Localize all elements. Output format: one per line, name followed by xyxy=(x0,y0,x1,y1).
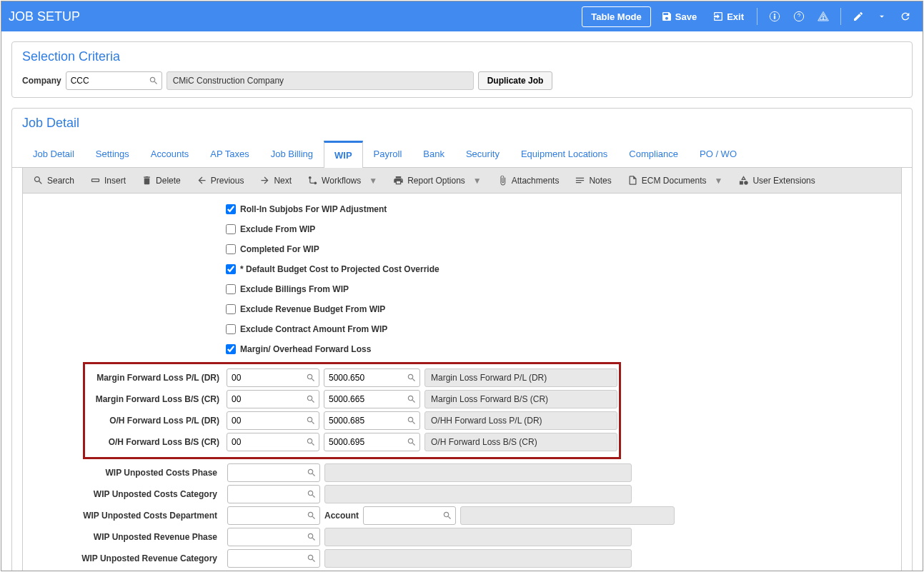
tab-job-billing[interactable]: Job Billing xyxy=(260,141,324,168)
checkbox-label: Exclude Revenue Budget From WIP xyxy=(240,304,385,314)
exclude-wip-checkbox[interactable] xyxy=(226,224,236,234)
fl-dept-input[interactable] xyxy=(227,390,319,408)
table-mode-button[interactable]: Table Mode xyxy=(582,6,651,27)
separator xyxy=(840,8,841,25)
forward-loss-row: Margin Forward Loss B/S (CR) Margin Loss… xyxy=(86,390,617,408)
checkbox-row: Exclude From WIP xyxy=(29,221,895,238)
tab-accounts[interactable]: Accounts xyxy=(140,141,199,168)
readonly-display xyxy=(324,485,632,503)
revenue-department-input[interactable] xyxy=(227,571,320,571)
tab-job-detail[interactable]: Job Detail xyxy=(22,141,85,168)
readonly-display xyxy=(460,506,675,525)
help-icon xyxy=(793,11,805,22)
tab-compliance[interactable]: Compliance xyxy=(618,141,689,168)
roll-in-checkbox[interactable] xyxy=(226,204,236,214)
tb-delete[interactable]: Delete xyxy=(137,172,185,189)
company-input[interactable] xyxy=(66,71,162,90)
refresh-button[interactable] xyxy=(895,6,915,26)
selection-criteria-panel: Selection Criteria Company CMiC Construc… xyxy=(11,41,913,98)
tb-attachments[interactable]: Attachments xyxy=(493,172,564,189)
tb-workflows[interactable]: Workflows▼ xyxy=(303,172,382,189)
tb-next[interactable]: Next xyxy=(255,172,296,189)
fl-desc: O/HH Forward Loss P/L (DR) xyxy=(424,411,617,430)
exit-icon xyxy=(712,11,724,22)
alert-button[interactable] xyxy=(813,6,833,26)
chevron-down-icon: ▼ xyxy=(473,176,482,186)
tb-ecm-documents[interactable]: ECM Documents▼ xyxy=(623,172,727,189)
notes-icon xyxy=(575,175,585,186)
field-label: WIP Unposted Costs Department xyxy=(29,511,223,521)
tab-bank[interactable]: Bank xyxy=(412,141,455,168)
criteria-row: Company CMiC Construction Company Duplic… xyxy=(22,71,902,90)
tab-equipment-locations[interactable]: Equipment Locations xyxy=(510,141,618,168)
checkbox-label: * Default Budget Cost to Projected Cost … xyxy=(240,264,439,274)
tab-wip[interactable]: WIP xyxy=(324,141,363,168)
tb-user-extensions[interactable]: User Extensions xyxy=(734,172,819,189)
costs-category-input[interactable] xyxy=(227,485,320,503)
document-icon xyxy=(627,175,638,186)
exclude-billings-checkbox[interactable] xyxy=(226,284,236,294)
edit-button[interactable] xyxy=(848,6,868,26)
exclude-revenue-checkbox[interactable] xyxy=(226,304,236,314)
search-icon xyxy=(33,175,44,186)
info-button[interactable] xyxy=(765,6,785,26)
fl-acct-input[interactable] xyxy=(324,390,420,408)
print-icon xyxy=(393,175,404,186)
revenue-category-input[interactable] xyxy=(227,549,320,568)
edit-icon xyxy=(853,11,864,22)
tb-previous[interactable]: Previous xyxy=(192,172,249,189)
save-icon xyxy=(661,11,672,22)
arrow-left-icon xyxy=(197,175,207,186)
save-button[interactable]: Save xyxy=(655,6,702,26)
account-label: Account xyxy=(324,511,359,521)
margin-overhead-checkbox[interactable] xyxy=(226,344,236,354)
tb-notes[interactable]: Notes xyxy=(570,172,615,189)
checkbox-label: Margin/ Overhead Forward Loss xyxy=(240,344,371,354)
forward-loss-row: O/H Forward Loss P/L (DR) O/HH Forward L… xyxy=(86,411,617,430)
completed-wip-checkbox[interactable] xyxy=(226,244,236,254)
job-detail-title: Job Detail xyxy=(12,116,912,131)
forward-loss-highlight: Margin Forward Loss P/L (DR) Margin Loss… xyxy=(83,362,621,459)
costs-department-input[interactable] xyxy=(227,506,320,525)
job-detail-panel: Job Detail Job Detail Settings Accounts … xyxy=(11,108,913,571)
checkbox-row: Exclude Billings From WIP xyxy=(29,281,895,298)
checkbox-label: Exclude From WIP xyxy=(240,224,315,234)
field-label: O/H Forward Loss B/S (CR) xyxy=(86,437,222,447)
tab-security[interactable]: Security xyxy=(455,141,510,168)
dropdown-button[interactable] xyxy=(873,7,891,26)
help-button[interactable] xyxy=(789,6,809,26)
fl-desc: O/H Forward Loss B/S (CR) xyxy=(424,433,617,451)
tab-settings[interactable]: Settings xyxy=(85,141,140,168)
default-budget-checkbox[interactable] xyxy=(226,264,236,274)
revenue-account-input[interactable] xyxy=(363,571,456,571)
readonly-display xyxy=(460,571,675,571)
fl-dept-input[interactable] xyxy=(227,433,319,451)
tb-insert[interactable]: Insert xyxy=(86,172,130,189)
tab-po-wo[interactable]: PO / WO xyxy=(689,141,747,168)
duplicate-job-button[interactable]: Duplicate Job xyxy=(478,71,553,90)
header-bar: JOB SETUP Table Mode Save Exit xyxy=(1,1,923,31)
checkbox-row: Exclude Revenue Budget From WIP xyxy=(29,301,895,318)
refresh-icon xyxy=(900,11,911,22)
fl-acct-input[interactable] xyxy=(324,411,420,430)
tab-payroll[interactable]: Payroll xyxy=(363,141,413,168)
tb-report-options[interactable]: Report Options▼ xyxy=(389,172,486,189)
arrow-right-icon xyxy=(259,175,270,186)
costs-phase-input[interactable] xyxy=(227,463,320,482)
forward-loss-row: Margin Forward Loss P/L (DR) Margin Loss… xyxy=(86,368,617,387)
chevron-down-icon: ▼ xyxy=(369,176,377,186)
unposted-row: WIP Unposted Costs Phase xyxy=(29,463,895,482)
chevron-down-icon xyxy=(877,11,887,21)
fl-acct-input[interactable] xyxy=(324,433,420,451)
tb-search[interactable]: Search xyxy=(29,172,79,189)
checkbox-label: Exclude Contract Amount From WIP xyxy=(240,324,387,334)
costs-account-input[interactable] xyxy=(363,506,456,525)
revenue-phase-input[interactable] xyxy=(227,528,320,546)
fl-dept-input[interactable] xyxy=(227,368,319,387)
checkbox-row: Roll-In Subjobs For WIP Adjustment xyxy=(29,201,895,218)
exit-button[interactable]: Exit xyxy=(707,6,750,26)
fl-acct-input[interactable] xyxy=(324,368,420,387)
fl-dept-input[interactable] xyxy=(227,411,319,430)
tab-ap-taxes[interactable]: AP Taxes xyxy=(199,141,259,168)
exclude-contract-checkbox[interactable] xyxy=(226,324,236,334)
